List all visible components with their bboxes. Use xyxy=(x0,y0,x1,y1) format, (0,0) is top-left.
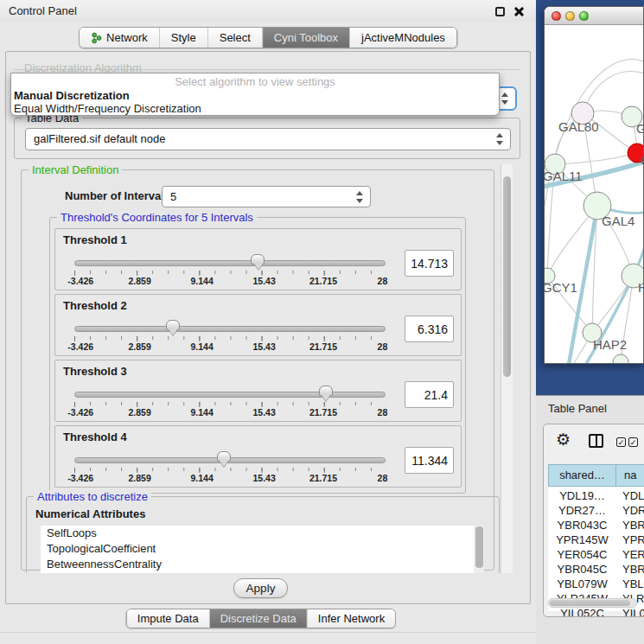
slider-tick-labels: -3.426 2.859 9.144 15.43 21.715 28 xyxy=(74,276,386,286)
table-row[interactable]: YBR045C YBR0 xyxy=(548,562,644,577)
tab-impute-data[interactable]: Impute Data xyxy=(127,609,210,628)
scrollbar-thumb[interactable] xyxy=(550,600,630,606)
combo-arrows-icon xyxy=(501,92,509,105)
control-panel-titlebar: Control Panel xyxy=(0,0,536,22)
slider-thumb[interactable] xyxy=(251,254,265,265)
table-row[interactable]: YER054C YER0 xyxy=(548,547,644,562)
application-window: Control Panel Network Style Select Cyni … xyxy=(0,0,644,644)
threshold-2-value-field[interactable] xyxy=(405,316,454,342)
column-header-shared[interactable]: shared… xyxy=(548,464,616,487)
control-panel-tabs: Network Style Select Cyni Toolbox jActiv… xyxy=(79,27,457,48)
table-data-combobox[interactable]: galFiltered.sif default node xyxy=(25,128,511,150)
zoom-window-icon[interactable] xyxy=(579,11,589,21)
scrollbar-thumb[interactable] xyxy=(475,526,483,568)
dropdown-item-manual-discretization[interactable]: Manual Discretization xyxy=(14,89,130,102)
thresholds-group-title: Threshold's Coordinates for 5 Intervals xyxy=(57,211,257,224)
tab-discretize-data[interactable]: Discretize Data xyxy=(210,609,308,628)
attributes-group-title: Attributes to discretize xyxy=(34,490,151,503)
slider-track[interactable] xyxy=(74,392,386,398)
network-window-titlebar[interactable] xyxy=(545,7,643,25)
table-horizontal-scrollbar[interactable] xyxy=(548,598,637,608)
tab-network-label: Network xyxy=(106,31,148,44)
list-item[interactable]: SelfLoops xyxy=(41,526,474,541)
table-row[interactable]: YBR043C YBR0 xyxy=(548,518,644,532)
svg-text:GCY1: GCY1 xyxy=(545,280,577,295)
attributes-group: Attributes to discretize Numerical Attri… xyxy=(26,496,500,573)
table-row[interactable]: YDL19… YDL1 xyxy=(548,488,644,503)
number-of-intervals-label: Number of Intervals xyxy=(65,189,170,202)
tab-style[interactable]: Style xyxy=(160,28,208,48)
svg-text:C: C xyxy=(641,153,644,168)
column-header-name[interactable]: na xyxy=(615,464,644,487)
slider-track[interactable] xyxy=(74,326,386,332)
numerical-attributes-label: Numerical Attributes xyxy=(35,507,145,520)
threshold-1-label: Threshold 1 xyxy=(63,233,127,246)
tab-cyni-toolbox[interactable]: Cyni Toolbox xyxy=(263,28,350,48)
threshold-1-slider[interactable]: -3.426 2.859 9.144 15.43 21.715 28 xyxy=(74,253,392,288)
table-data-value: galFiltered.sif default node xyxy=(34,132,165,145)
combo-arrows-icon xyxy=(356,191,364,203)
threshold-2-slider[interactable]: -3.426 2.859 9.144 15.43 21.715 28 xyxy=(74,319,392,354)
scrollbar-thumb[interactable] xyxy=(503,176,511,377)
attributes-list-scrollbar[interactable] xyxy=(474,526,484,573)
threshold-3-value-field[interactable] xyxy=(405,381,454,408)
apply-button[interactable]: Apply xyxy=(233,578,288,598)
svg-text:HAP2: HAP2 xyxy=(593,337,627,352)
threshold-2-panel: Threshold 2 -3.426 2.859 9.144 15.43 21.… xyxy=(54,294,462,356)
node-table: shared… na YDL19… YDL1 YDR27… YDR2 YBR04… xyxy=(548,464,644,611)
thresholds-group: Threshold's Coordinates for 5 Intervals … xyxy=(49,217,466,494)
tab-jactivemnodules[interactable]: jActiveMNodules xyxy=(350,28,456,48)
network-canvas[interactable]: GAL80 GA C GAL11 GAL4 GCY1 H HAP2 xyxy=(545,25,644,364)
table-row[interactable]: YDR27… YDR2 xyxy=(548,503,644,518)
panel-vertical-scrollbar[interactable] xyxy=(501,164,513,573)
threshold-2-label: Threshold 2 xyxy=(63,299,127,312)
threshold-3-label: Threshold 3 xyxy=(63,365,127,378)
checkbox-icon[interactable]: ✓ xyxy=(616,437,626,447)
gear-icon[interactable]: ⚙ xyxy=(556,430,571,450)
slider-tick-labels: -3.426 2.859 9.144 15.43 21.715 28 xyxy=(74,407,386,418)
node-partial-bottom[interactable] xyxy=(613,354,628,364)
list-item[interactable]: BetweennessCentrality xyxy=(41,557,474,572)
dropdown-prompt[interactable]: Select algorithm to view settings xyxy=(11,75,499,88)
numerical-attributes-list: SelfLoops TopologicalCoefficient Between… xyxy=(41,526,474,573)
table-row[interactable]: YBL079W YBL0 xyxy=(548,577,644,591)
table-panel: Table Panel ⚙ ✓ ✓ shared… na YDL19… YDL1… xyxy=(536,395,644,644)
interval-definition-title: Interval Definition xyxy=(29,164,122,176)
number-of-intervals-value: 5 xyxy=(170,190,176,203)
network-graph: GAL80 GA C GAL11 GAL4 GCY1 H HAP2 xyxy=(545,25,644,364)
tab-network[interactable]: Network xyxy=(80,28,160,48)
svg-text:GAL11: GAL11 xyxy=(545,169,583,183)
combo-arrows-icon xyxy=(496,133,504,145)
float-panel-icon[interactable] xyxy=(495,7,505,16)
dropdown-item-equal-width[interactable]: Equal Width/Frequency Discretization xyxy=(14,102,201,115)
table-row[interactable]: YPR145W YPR1 xyxy=(548,532,644,547)
slider-tick-labels: -3.426 2.859 9.144 15.43 21.715 28 xyxy=(74,473,386,483)
close-window-icon[interactable] xyxy=(552,11,561,21)
threshold-3-panel: Threshold 3 -3.426 2.859 9.144 15.43 21.… xyxy=(54,360,462,422)
close-panel-icon[interactable] xyxy=(513,6,524,17)
svg-text:GA: GA xyxy=(636,121,644,136)
threshold-4-label: Threshold 4 xyxy=(63,430,127,443)
slider-thumb[interactable] xyxy=(166,320,180,330)
slider-thumb[interactable] xyxy=(319,386,333,396)
list-item[interactable]: TopologicalCoefficient xyxy=(41,541,474,557)
threshold-4-panel: Threshold 4 -3.426 2.859 9.144 15.43 21.… xyxy=(54,425,462,488)
threshold-1-value-field[interactable] xyxy=(405,250,454,277)
checkbox-icon[interactable]: ✓ xyxy=(628,437,638,447)
slider-track[interactable] xyxy=(74,260,386,266)
threshold-4-slider[interactable]: -3.426 2.859 9.144 15.43 21.715 28 xyxy=(74,450,392,485)
tab-select[interactable]: Select xyxy=(208,28,263,48)
settings-scroll-area: Interval Definition Number of Intervals … xyxy=(14,164,522,573)
threshold-4-value-field[interactable] xyxy=(405,447,454,474)
svg-text:GAL4: GAL4 xyxy=(602,214,634,228)
svg-text:GAL80: GAL80 xyxy=(558,119,599,134)
slider-thumb[interactable] xyxy=(217,451,231,462)
network-view-window[interactable]: GAL80 GA C GAL11 GAL4 GCY1 H HAP2 xyxy=(544,6,644,364)
split-columns-icon[interactable] xyxy=(589,434,603,448)
svg-text:H: H xyxy=(638,280,644,295)
minimize-window-icon[interactable] xyxy=(565,11,575,21)
tab-infer-network[interactable]: Infer Network xyxy=(308,609,395,628)
threshold-3-slider[interactable]: -3.426 2.859 9.144 15.43 21.715 28 xyxy=(74,385,392,419)
number-of-intervals-combobox[interactable]: 5 xyxy=(162,186,371,207)
slider-tick-labels: -3.426 2.859 9.144 15.43 21.715 28 xyxy=(74,341,386,352)
